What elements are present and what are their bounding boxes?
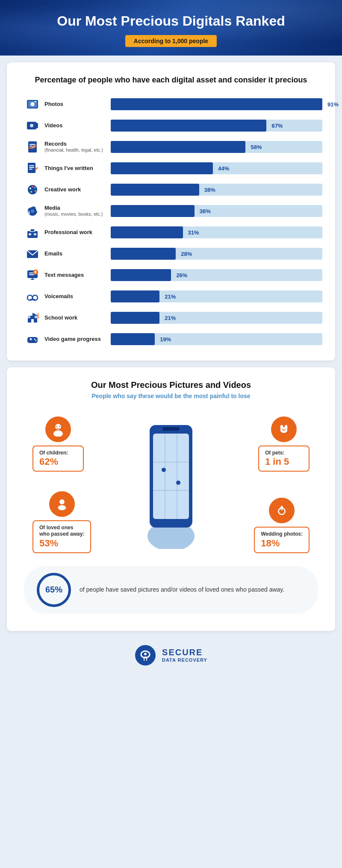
chart-label: Photos: [44, 101, 111, 108]
svg-point-68: [59, 499, 65, 504]
bar-fill: 91%: [111, 98, 322, 110]
bar-container: 26%: [111, 269, 322, 281]
bar-container: 36%: [111, 205, 322, 217]
chart-label: Voicemails: [44, 293, 111, 300]
svg-point-66: [162, 468, 166, 472]
pets-icon: [271, 416, 297, 442]
bar-fill: 58%: [111, 141, 245, 153]
svg-point-49: [53, 430, 63, 436]
svg-rect-30: [29, 274, 34, 275]
bar-fill: 21%: [111, 312, 159, 324]
loved-stat-box: Of loved oneswho passed away: 53%: [32, 520, 91, 553]
photo-icon: [24, 96, 41, 113]
svg-rect-35: [30, 299, 35, 300]
text-icon: [24, 267, 41, 284]
game-icon: [24, 331, 41, 348]
media-icon: [24, 202, 41, 220]
svg-marker-36: [32, 313, 38, 316]
bar-pct: 21%: [165, 314, 176, 321]
bar-container: 28%: [111, 248, 322, 260]
bar-pct: 31%: [188, 229, 199, 235]
chart-label: Professional work: [44, 229, 111, 236]
chart-label: Media(music, movies, books, etc.): [44, 205, 111, 217]
chart-label: Text messages: [44, 272, 111, 279]
svg-rect-14: [29, 169, 32, 170]
wedding-value: 18%: [261, 538, 303, 549]
chart-row: Photos 91%: [24, 96, 322, 113]
children-stat-box: Of children: 62%: [32, 446, 84, 472]
pictures-subtitle: People who say these would be the most p…: [20, 393, 322, 399]
svg-point-22: [31, 209, 34, 213]
pets-label: Of pets:: [265, 450, 303, 457]
svg-rect-12: [29, 165, 34, 166]
svg-rect-32: [35, 271, 36, 273]
svg-point-6: [30, 124, 33, 127]
bar-pct: 58%: [251, 144, 262, 150]
stat-wedding: Wedding photos: 18%: [254, 498, 310, 553]
svg-rect-13: [29, 167, 34, 168]
svg-point-69: [58, 505, 66, 510]
bar-pct: 38%: [204, 186, 215, 193]
svg-point-19: [30, 191, 32, 193]
bar-fill: 36%: [111, 205, 195, 217]
chart-row: Media(music, movies, books, etc.) 36%: [24, 202, 322, 220]
svg-point-2: [30, 102, 35, 106]
svg-point-55: [282, 429, 283, 430]
bar-container: 31%: [111, 226, 322, 238]
pets-value: 1 in 5: [265, 456, 303, 467]
bar-fill: 31%: [111, 226, 183, 238]
chart-label: Creative work: [44, 186, 111, 193]
bar-fill: 38%: [111, 184, 199, 196]
svg-rect-61: [162, 427, 180, 431]
svg-rect-24: [30, 229, 35, 232]
svg-rect-8: [29, 144, 35, 145]
svg-point-16: [29, 188, 31, 189]
children-icon: [45, 416, 71, 442]
svg-rect-25: [29, 233, 31, 235]
chart-area: Photos 91% Videos 67% Records(financial,…: [20, 96, 322, 348]
svg-marker-42: [37, 317, 39, 319]
svg-point-56: [284, 429, 286, 430]
bar-fill: 44%: [111, 162, 213, 174]
chart-title: Percentage of people who have each digit…: [20, 75, 322, 85]
stat-loved: Of loved oneswho passed away: 53%: [32, 491, 91, 553]
bar-pct: 44%: [218, 165, 229, 171]
children-value: 62%: [39, 456, 77, 467]
bar-container: 19%: [111, 333, 322, 345]
chart-label: Things I've written: [44, 165, 111, 172]
bar-fill: 67%: [111, 120, 266, 132]
subtitle-badge: According to 1,000 people: [125, 35, 217, 47]
svg-point-50: [56, 426, 57, 427]
wedding-icon: [269, 498, 295, 523]
bottom-stat-text: of people have saved pictures and/or vid…: [80, 586, 284, 594]
svg-point-17: [34, 187, 35, 188]
bar-fill: 19%: [111, 333, 155, 345]
svg-point-20: [32, 186, 33, 188]
svg-point-46: [34, 338, 35, 340]
svg-rect-39: [28, 316, 30, 318]
svg-point-51: [59, 426, 60, 427]
chart-row: Voicemails 21%: [24, 288, 322, 305]
chart-row: Emails 28%: [24, 245, 322, 262]
phone-section: Of children: 62%: [20, 412, 322, 557]
written-icon: [24, 160, 41, 177]
bar-fill: 26%: [111, 269, 171, 281]
chart-label: Videos: [44, 122, 111, 129]
svg-point-53: [280, 425, 283, 429]
chart-row: Video game progress 19%: [24, 331, 322, 348]
svg-marker-5: [36, 123, 38, 129]
header: Our Most Precious Digitals Ranked Accord…: [0, 0, 342, 56]
bottom-pct: 65%: [37, 573, 71, 607]
chart-row: Text messages 26%: [24, 267, 322, 284]
chart-row: Records(financial, health, legal, etc.) …: [24, 138, 322, 155]
bar-pct: 36%: [200, 208, 211, 214]
footer-logo-text: SECURE DATA RECOVERY: [162, 648, 207, 663]
bar-pct: 28%: [181, 250, 192, 257]
bar-container: 44%: [111, 162, 322, 174]
svg-point-54: [285, 425, 288, 429]
pictures-section: Our Most Precious Pictures and Videos Pe…: [7, 367, 335, 631]
bar-container: 38%: [111, 184, 322, 196]
school-icon: [24, 309, 41, 326]
chart-section: Percentage of people who have each digit…: [7, 62, 335, 360]
svg-point-57: [283, 430, 284, 431]
